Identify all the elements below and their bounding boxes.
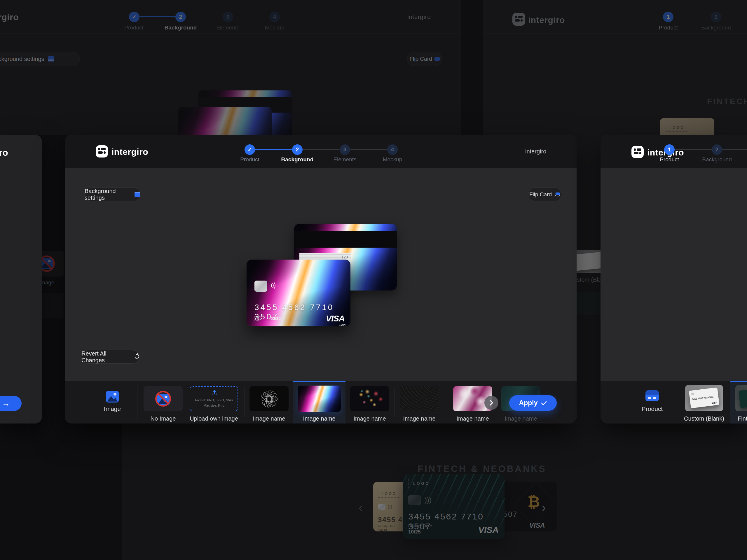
- apply-button[interactable]: Apply: [509, 395, 557, 411]
- step-mockup[interactable]: 4: [387, 144, 398, 155]
- tile-8-label: Image name: [501, 415, 540, 422]
- step-product[interactable]: ✓: [244, 144, 255, 155]
- image-icon: [106, 391, 119, 402]
- intergiro-logo-icon: [512, 13, 525, 26]
- top-step-product[interactable]: ✓: [129, 12, 139, 22]
- tile-fintech-label: Fintech: [730, 415, 747, 422]
- green-expiry: 10/25: [408, 529, 421, 535]
- right-modal: intergiro 1 Product 2 Background Product…: [600, 135, 747, 424]
- beige-card-top-logo: LOGO: [666, 124, 688, 132]
- account-wordmark: intergiro: [525, 148, 546, 155]
- step-elements[interactable]: 3: [340, 144, 350, 155]
- rail-label: Image: [95, 405, 130, 412]
- chevron-right-icon: [489, 400, 494, 406]
- tile-4-label: Image name: [298, 415, 341, 422]
- expiry-label-1: EXPIRY: [254, 316, 264, 319]
- left-modal-wordmark-clipped: intergiro: [0, 148, 8, 158]
- contactless-icon: [270, 281, 278, 291]
- fintech-heading: FINTECH & NEOBANKS: [417, 464, 680, 474]
- arrow-right-icon: →: [2, 399, 10, 408]
- background-settings-button[interactable]: Background settings: [84, 188, 140, 201]
- intergiro-wordmark: intergiro: [111, 147, 148, 157]
- upload-size-text: Max size: 8mb: [190, 404, 237, 407]
- tile-no-image-thumb[interactable]: [144, 386, 183, 411]
- top-settings-button[interactable]: Background settings: [0, 52, 80, 66]
- left-modal: intergiro →: [0, 135, 42, 424]
- undo-icon: [133, 353, 139, 361]
- product-icon: [645, 390, 659, 401]
- tile-5-thumb[interactable]: [350, 386, 389, 411]
- tile-custom-label: Custom (Blank): [679, 415, 729, 422]
- top-step-background[interactable]: 2: [175, 12, 186, 22]
- chip-icon: [254, 281, 267, 292]
- beige-contactless-icon: ))): [388, 504, 392, 509]
- flip-card-icon: [555, 192, 561, 197]
- tile-custom-thumb[interactable]: 3455 4562 7710 3507 VISA: [685, 385, 723, 411]
- fintech-heading-top: FINTECH & NEOBANKS: [707, 97, 747, 106]
- green-card[interactable]: LOGO ))) 3455 4562 7710 3507 Expirty Dat…: [403, 474, 505, 539]
- step-background[interactable]: 2: [711, 12, 721, 22]
- beige-card-logo: LOGO: [378, 490, 400, 498]
- tile-upload-label: Upload own image: [185, 415, 242, 422]
- tile-3-label: Image name: [250, 415, 289, 422]
- green-expiry-label: Expirty Date: [408, 523, 432, 528]
- top-window: intergiro intergiro ✓ Product 2 Backgrou…: [0, 0, 461, 135]
- thumb-card-brand: VISA: [712, 401, 718, 404]
- tile-fintech-indicator: [730, 381, 747, 382]
- btc-brand: VISA: [529, 522, 545, 529]
- tiles-next-button[interactable]: [484, 396, 498, 410]
- step-background[interactable]: 2: [292, 144, 303, 155]
- right-step-background[interactable]: 2: [712, 144, 722, 155]
- background-settings-icon: [48, 56, 54, 61]
- top-step-elements[interactable]: 3: [223, 12, 233, 22]
- carousel-next-icon[interactable]: ›: [542, 501, 546, 514]
- top-right-wordmark: intergiro: [407, 14, 431, 20]
- bitcoin-icon: ₿: [527, 493, 540, 510]
- expiry-label-2: DATE: [254, 319, 261, 322]
- green-brand: VISA: [478, 525, 499, 535]
- flip-card-button[interactable]: Flip Card: [528, 188, 562, 201]
- intergiro-wordmark: intergiro: [528, 15, 565, 25]
- tile-upload-thumb[interactable]: Format: PNG, JPEG, SVG Max size: 8mb: [190, 386, 238, 411]
- thumb-card-number: 3455 4562 7710 3507: [692, 396, 715, 401]
- tile-fintech-thumb[interactable]: [735, 385, 747, 411]
- green-contactless-icon: ))): [424, 496, 432, 504]
- top-wordmark-clipped: intergiro: [0, 12, 19, 22]
- cvv-value: 123: [341, 255, 348, 259]
- tile-4-thumb[interactable]: [298, 385, 341, 412]
- tile-3-thumb[interactable]: [250, 386, 289, 411]
- card-front-preview[interactable]: 3455 4562 7710 3507 EXPIRY DATE 02/30 VI…: [247, 260, 351, 326]
- no-image-icon: [155, 391, 171, 407]
- flip-card-icon: [435, 57, 440, 61]
- intergiro-logo-icon: [96, 145, 108, 158]
- step-product[interactable]: 1: [663, 12, 673, 22]
- tile-6-label: Image name: [400, 415, 439, 422]
- carousel-prev-icon[interactable]: ‹: [359, 501, 362, 514]
- beige-expiry: 10/25: [378, 529, 387, 531]
- top-step-mockup[interactable]: 4: [269, 12, 280, 22]
- left-modal-next-button[interactable]: →: [0, 396, 22, 411]
- expiry-value: 02/30: [271, 316, 281, 321]
- upload-format-text: Format: PNG, JPEG, SVG: [190, 398, 237, 402]
- main-modal: intergiro intergiro ✓ Product 2 Backgrou…: [65, 135, 576, 424]
- tile-7-label: Image name: [453, 415, 492, 422]
- top-flip-button[interactable]: Flip Card: [407, 52, 442, 66]
- background-settings-icon: [134, 192, 140, 197]
- right-step-product[interactable]: 1: [664, 144, 675, 155]
- visa-tier: Gold: [339, 323, 345, 326]
- revert-all-button[interactable]: Revert All Changes: [81, 350, 139, 364]
- green-card-logo: LOGO: [408, 479, 435, 488]
- tile-no-image-label: No Image: [144, 415, 183, 422]
- visa-logo: VISA: [326, 314, 344, 323]
- product-rail-label: Product: [635, 405, 670, 412]
- check-icon: [541, 401, 547, 405]
- magstripe: [294, 231, 397, 248]
- tile-5-label: Image name: [350, 415, 389, 422]
- apply-label: Apply: [519, 399, 538, 407]
- tile-selected-indicator: [293, 381, 345, 382]
- tile-6-thumb[interactable]: [400, 386, 439, 411]
- top-card-front: [178, 107, 272, 135]
- beige-expiry-label: Expirty Date: [378, 525, 395, 528]
- upload-icon: [211, 389, 218, 397]
- spiral-art: [258, 387, 280, 411]
